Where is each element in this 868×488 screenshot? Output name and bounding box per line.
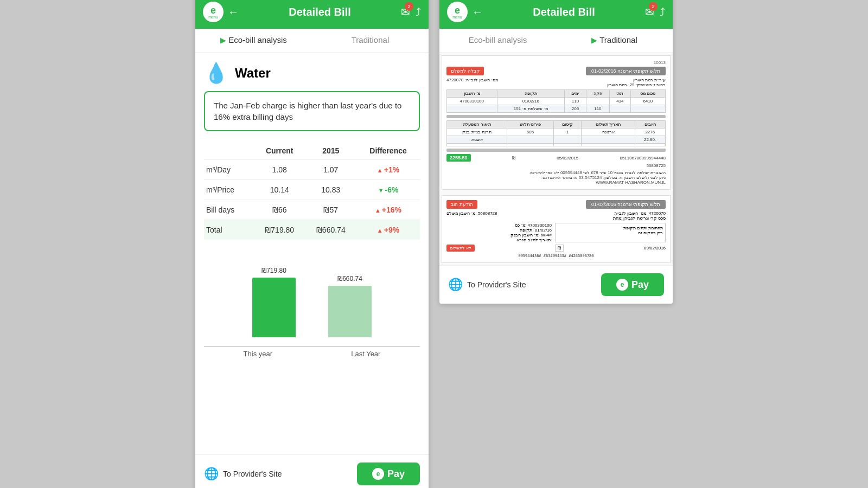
bill-doc2-date: 09/02/2016 (644, 246, 666, 251)
tabs-2: Eco-bill analysis ▶ Traditional (439, 29, 673, 53)
provider-site-link-2[interactable]: 🌐 To Provider's Site (448, 278, 526, 292)
water-data-table: Current 2015 Difference m³/Day 1.08 1.07… (204, 142, 420, 240)
bill-signature: #4265006780 #63#99443# 095944436# (446, 254, 666, 258)
this-year-bottom-label: This year (244, 350, 272, 358)
this-year-bar: ₪719.80 (252, 267, 296, 337)
app-header-1: e menu ← Detailed Bill ✉ 2 ⤴ (195, 0, 429, 29)
metric-label: m³/Day (204, 160, 254, 180)
tab-eco-1[interactable]: ▶ Eco-bill analysis (195, 29, 312, 53)
total-prev: ₪660.74 (305, 220, 357, 240)
logo-menu-1: menu (208, 15, 218, 19)
bill-document-1: 10013 תלוש תקופתי ארנונה 01-02/2016 קבלה… (442, 55, 671, 190)
current-val: ₪66 (254, 200, 305, 220)
mail-badge-2: 2 (649, 2, 658, 11)
col-header-metric (204, 142, 254, 160)
bill-id: 10013 (446, 60, 666, 65)
pay-button-2[interactable]: e Pay (601, 273, 664, 296)
last-year-bar-visual (328, 286, 372, 337)
bar-chart: ₪719.80 ₪660.74 (204, 251, 420, 337)
water-drop-icon: 💧 (204, 62, 228, 85)
tab-eco-label-2: Eco-bill analysis (469, 35, 527, 44)
header-right-2: ✉ 2 ⤴ (645, 5, 665, 18)
header-left-1: e menu ← (203, 2, 239, 22)
bill-currency-box: ₪ (555, 245, 564, 252)
share-icon-1[interactable]: ⤴ (416, 6, 421, 18)
pay-logo-letter-2: e (621, 281, 624, 288)
diff-val: +16% (356, 200, 420, 220)
tabs-1: ▶ Eco-bill analysis Traditional (195, 29, 429, 53)
col-header-current: Current (254, 142, 305, 160)
mail-badge-1: 2 (405, 2, 413, 11)
bill-doc2-info: 4720070 :מס׳ חשבון לגבייה סכס קרי וגרימת… (446, 211, 666, 221)
prev-val: 10.83 (305, 180, 357, 200)
col-header-diff: Difference (356, 142, 420, 160)
back-button-1[interactable]: ← (228, 6, 239, 18)
bill-gray-btn-1: תלוש תקופתי ארנונה 01-02/2016 (586, 67, 666, 75)
bill-footer-text-1: השוברת ישלמה לגבית בנבל 10 שיר 678 לפי 0… (446, 170, 666, 185)
pay-logo-1: e (372, 468, 384, 480)
bill-table-1: סכום מסתתחקהימיםתקופהמ׳ חשבון 6410434110… (446, 89, 666, 113)
bill-doc2-header: תלוש תקופתי ארנונה 01-02/2016 הודעת חוב (446, 200, 666, 209)
phone-traditional: e menu ← Detailed Bill ✉ 2 ⤴ Eco-bill an… (439, 0, 673, 304)
provider-site-label-1: To Provider's Site (223, 470, 282, 478)
pay-logo-letter-1: e (376, 470, 380, 478)
tab-traditional-1[interactable]: Traditional (312, 29, 429, 53)
bill-date-label: 05/02/2015 (557, 156, 578, 160)
bill-right-info: מס׳ חשבון לגבייה: 4720070 (446, 78, 498, 87)
current-val: 10.14 (254, 180, 305, 200)
total-current: ₪719.80 (254, 220, 305, 240)
logo-letter-1: e (210, 5, 216, 15)
mail-icon-wrap-1[interactable]: ✉ 2 (401, 5, 410, 18)
app-logo-1: e menu (203, 2, 224, 22)
total-diff: +9% (356, 220, 420, 240)
pay-logo-2: e (616, 279, 628, 291)
back-button-2[interactable]: ← (472, 6, 483, 18)
tab-eco-label-1: Eco-bill analysis (228, 35, 287, 44)
table-row: m³/Day 1.08 1.07 +1% (204, 160, 420, 180)
bill-barcode-num: 8511067800995944448 (620, 156, 666, 160)
pay-label-2: Pay (631, 279, 649, 291)
header-left-2: e menu ← (447, 2, 483, 22)
bill-address-area: עיריית רמת השרון רחוב ז׳בוטינסקי 29, רמת… (446, 78, 666, 87)
pay-button-1[interactable]: e Pay (357, 463, 420, 485)
last-year-label: ₪660.74 (337, 275, 362, 282)
phone-eco-bill: e menu ← Detailed Bill ✉ 2 ⤴ ▶ Eco-bill … (195, 0, 429, 488)
last-year-bar: ₪660.74 (328, 275, 372, 337)
water-header: 💧 Water (204, 62, 420, 85)
header-title-2: Detailed Bill (483, 6, 645, 18)
water-info-box: The Jan-Feb charge is higher than last y… (204, 91, 420, 131)
tab-traditional-2[interactable]: ▶ Traditional (556, 29, 673, 53)
footer-2: 🌐 To Provider's Site e Pay (439, 265, 673, 304)
tab-traditional-label-1: Traditional (352, 35, 389, 44)
tab-traditional-label-2: Traditional (599, 35, 637, 44)
bill-red-btn-1: קבלה למשלם (446, 67, 484, 75)
pay-label-1: Pay (387, 468, 405, 480)
globe-icon-1: 🌐 (204, 467, 219, 481)
bill-address: עיריית רמת השרון רחוב ז׳בוטינסקי 29, רמת… (607, 78, 666, 87)
col-header-2015: 2015 (305, 142, 357, 160)
not-paid-badge: לא לתשלום (446, 245, 475, 252)
tab-eco-2[interactable]: Eco-bill analysis (439, 29, 556, 53)
logo-letter-2: e (455, 5, 460, 15)
logo-menu-2: menu (452, 15, 462, 19)
mail-icon-wrap-2[interactable]: ✉ 2 (645, 5, 654, 18)
table-row: Bill days ₪66 ₪57 +16% (204, 200, 420, 220)
provider-site-link-1[interactable]: 🌐 To Provider's Site (204, 467, 282, 481)
app-header-2: e menu ← Detailed Bill ✉ 2 ⤴ (439, 0, 673, 29)
metric-label: m³/Price (204, 180, 254, 200)
chart-container: ₪719.80 ₪660.74 This year Last Year (204, 251, 420, 358)
header-right-1: ✉ 2 ⤴ (401, 5, 421, 18)
diff-val: -6% (356, 180, 420, 200)
water-title: Water (235, 66, 271, 81)
share-icon-2[interactable]: ⤴ (660, 6, 665, 18)
bill-account-num: 56808725 (446, 163, 666, 168)
table-row: m³/Price 10.14 10.83 -6% (204, 180, 420, 200)
app-logo-2: e menu (447, 2, 468, 22)
bill-divider-1 (446, 115, 666, 118)
eco-content-1: 💧 Water The Jan-Feb charge is higher tha… (195, 53, 429, 454)
current-val: 1.08 (254, 160, 305, 180)
bill-form-box: תחתומת ותתים תקופת רק במקום זה (555, 223, 666, 242)
prev-val: 1.07 (305, 160, 357, 180)
footer-1: 🌐 To Provider's Site e Pay (195, 454, 429, 488)
traditional-bill-content: 10013 תלוש תקופתי ארנונה 01-02/2016 קבלה… (439, 53, 673, 265)
